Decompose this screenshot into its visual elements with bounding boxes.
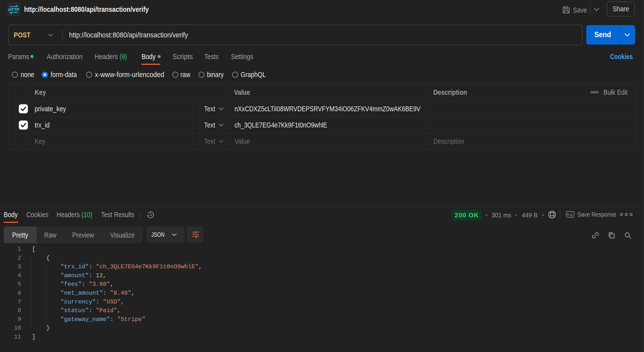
- svg-text:HTTP: HTTP: [8, 7, 20, 12]
